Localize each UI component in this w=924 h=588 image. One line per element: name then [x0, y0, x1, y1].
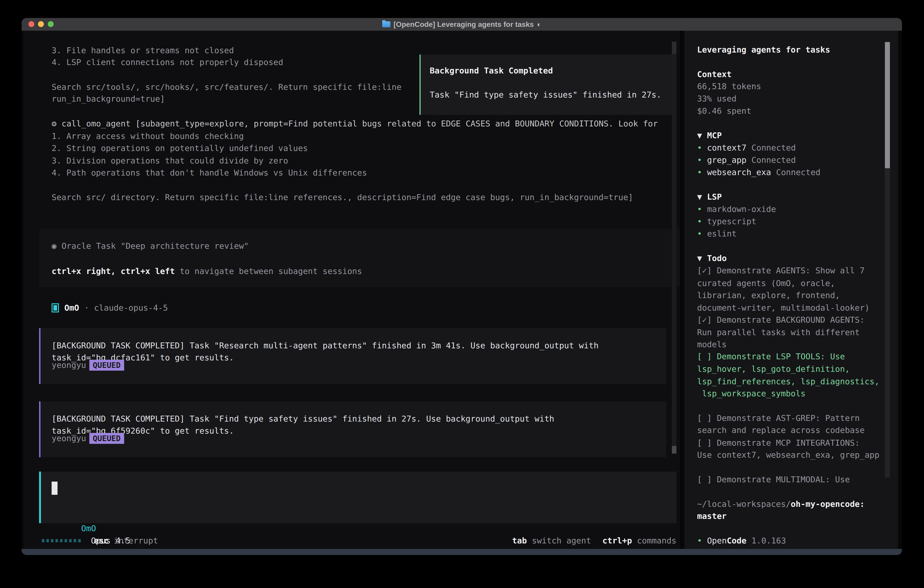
oracle-task-line: ◉Oracle Task "Deep architecture review"	[52, 240, 249, 252]
app-name-tail: Code	[727, 536, 746, 545]
mcp-item: •grep_appConnected	[697, 154, 796, 166]
app-name-head: Open	[707, 536, 727, 545]
todo-line-active: [ ] Demonstrate LSP TOOLS: Use	[697, 350, 845, 363]
todo-heading: Todo	[707, 254, 727, 263]
mcp-item: •context7Connected	[697, 142, 796, 154]
message-line: [BACKGROUND TASK COMPLETED] Task "Resear…	[52, 339, 599, 352]
repo-name: oh-my-opencode:	[791, 499, 865, 509]
transcript-line: run_in_background=true]	[52, 93, 165, 105]
todo-line-pending: [ ] Demonstrate AST-GREP: Pattern	[697, 412, 860, 424]
sidebar-section-lsp[interactable]: ▼LSP	[697, 191, 722, 203]
context-spent: $0.46 spent	[697, 105, 751, 117]
transcript-line: Search src/tools/, src/hooks/, src/featu…	[52, 81, 401, 93]
message-footer: yeongyu QUEUED	[52, 432, 124, 444]
message-footer: yeongyu QUEUED	[52, 359, 124, 371]
oracle-icon: ◉	[52, 241, 57, 251]
context-used: 33% used	[697, 92, 736, 105]
todo-line-pending: [ ] Demonstrate MCP INTEGRATIONS:	[697, 437, 860, 449]
message-author: yeongyu	[52, 432, 86, 444]
status-dot-icon: •	[697, 536, 702, 545]
git-branch: master	[697, 510, 727, 522]
sidebar-scrollbar[interactable]	[885, 41, 890, 477]
sidebar-section-todo[interactable]: ▼Todo	[697, 252, 727, 264]
todo-line-done: curated agents (OmO, oracle,	[697, 277, 835, 289]
chevron-down-icon: ▼	[697, 192, 702, 202]
message-author: yeongyu	[52, 359, 86, 371]
tool-call-text: call_omo_agent [subagent_type=explore, p…	[62, 119, 658, 128]
mcp-item-name: grep_app	[707, 155, 746, 165]
tab-key-label: switch agent	[532, 535, 591, 547]
mcp-item-status: Connected	[751, 155, 796, 165]
tool-call-line: ⚙call_omo_agent [subagent_type=explore, …	[52, 117, 658, 130]
prompt-input[interactable]: OmO Opus 4.5 Anthropic	[39, 472, 676, 523]
chevron-down-icon: ▼	[697, 254, 702, 263]
mcp-item-name: websearch_exa	[707, 168, 771, 177]
background-task-notification: Background Task Completed Task "Find typ…	[419, 55, 675, 115]
terminal-window: [OpenCode] Leveraging agents for tasks ◐…	[21, 18, 902, 555]
mcp-heading: MCP	[707, 131, 722, 140]
transcript-line: 4. LSP client connections not properly d…	[52, 56, 283, 68]
window-title: [OpenCode] Leveraging agents for tasks ◐	[21, 18, 902, 31]
lsp-item-name: markdown-oxide	[707, 205, 776, 214]
oracle-task-label: Oracle Task "Deep architecture review"	[62, 241, 249, 251]
main-scrollbar[interactable]	[672, 41, 676, 454]
oracle-task-box: ◉Oracle Task "Deep architecture review" …	[39, 228, 680, 287]
tool-call-tail: Search src/ directory. Return specific f…	[52, 191, 633, 203]
window-title-text: [OpenCode] Leveraging agents for tasks	[394, 18, 534, 31]
message-block: [BACKGROUND TASK COMPLETED] Task "Find t…	[39, 401, 666, 457]
status-dot-icon: •	[697, 217, 702, 226]
esc-key-hint: esc	[94, 535, 109, 547]
lsp-item: •markdown-oxide	[697, 203, 776, 215]
ctrlp-key-label: commands	[637, 535, 676, 547]
todo-line-done: models	[697, 339, 727, 351]
mcp-item-status: Connected	[751, 143, 796, 152]
agent-header: OmO · claude-opus-4-5	[52, 302, 168, 314]
status-dot-icon: •	[697, 229, 702, 238]
gear-icon: ⚙	[52, 119, 57, 128]
tool-call-item: 1. Array access without bounds checking	[52, 130, 244, 142]
message-line: [BACKGROUND TASK COMPLETED] Task "Find t…	[52, 413, 554, 425]
version-line: •OpenCode1.0.163	[697, 535, 786, 547]
lsp-item: •typescript	[697, 215, 756, 228]
mcp-item-status: Connected	[776, 168, 820, 177]
chevron-down-icon: ▼	[697, 131, 702, 140]
text-cursor	[52, 482, 58, 495]
tool-call-item: 3. Division operations that could divide…	[52, 155, 288, 167]
window-titlebar[interactable]: [OpenCode] Leveraging agents for tasks ◐	[21, 18, 902, 31]
session-progress-icon: ◐	[537, 18, 541, 31]
status-dot-icon: •	[697, 143, 702, 152]
todo-line-pending: search and replace across codebase	[697, 424, 865, 436]
main-scrollbar-thumb[interactable]	[672, 446, 676, 454]
lsp-item-name: typescript	[707, 217, 756, 226]
lsp-item: •eslint	[697, 228, 737, 240]
agent-name: OmO	[64, 302, 79, 314]
todo-line-pending: [ ] Demonstrate MULTIMODAL: Use	[697, 473, 850, 486]
input-agent-name: OmO	[81, 524, 96, 533]
sidebar-section-mcp[interactable]: ▼MCP	[697, 129, 722, 142]
todo-line-done: librarian, explore, frontend,	[697, 289, 840, 302]
ctrlp-key-hint: ctrl+p	[602, 535, 632, 547]
tab-key-hint: tab	[512, 535, 527, 547]
agent-model: · claude-opus-4-5	[84, 302, 168, 314]
status-badge: QUEUED	[89, 433, 124, 444]
notification-body: Task "Find type safety issues" finished …	[430, 89, 662, 101]
statusbar-left: esc interrupt	[42, 535, 158, 547]
transcript-line: 3. File handles or streams not closed	[52, 45, 234, 57]
workspace-path: ~/local-workspaces/oh-my-opencode:	[697, 498, 865, 510]
mcp-item: •websearch_exaConnected	[697, 166, 820, 178]
esc-key-label: interrupt	[114, 535, 158, 547]
navigation-hint: ctrl+x right, ctrl+x left to navigate be…	[52, 265, 362, 277]
path-prefix: ~/local-workspaces/	[697, 499, 791, 509]
status-badge: QUEUED	[89, 360, 124, 371]
hint-text: to navigate between subagent sessions	[175, 266, 362, 276]
statusbar-right: tab switch agent ctrl+p commands	[512, 535, 676, 547]
status-dot-icon: •	[697, 205, 702, 214]
todo-line-done: [✓] Demonstrate AGENTS: Show all 7	[697, 264, 865, 277]
sidebar-scrollbar-thumb[interactable]	[885, 42, 890, 168]
todo-line-active: lsp_workspace_symbols	[697, 387, 805, 400]
context-tokens: 66,518 tokens	[697, 80, 761, 92]
lsp-item-name: eslint	[707, 229, 737, 238]
todo-line-done: [✓] Demonstrate BACKGROUND AGENTS:	[697, 314, 865, 326]
tool-call-item: 4. Path operations that don't handle Win…	[52, 167, 367, 179]
lsp-heading: LSP	[707, 192, 722, 202]
